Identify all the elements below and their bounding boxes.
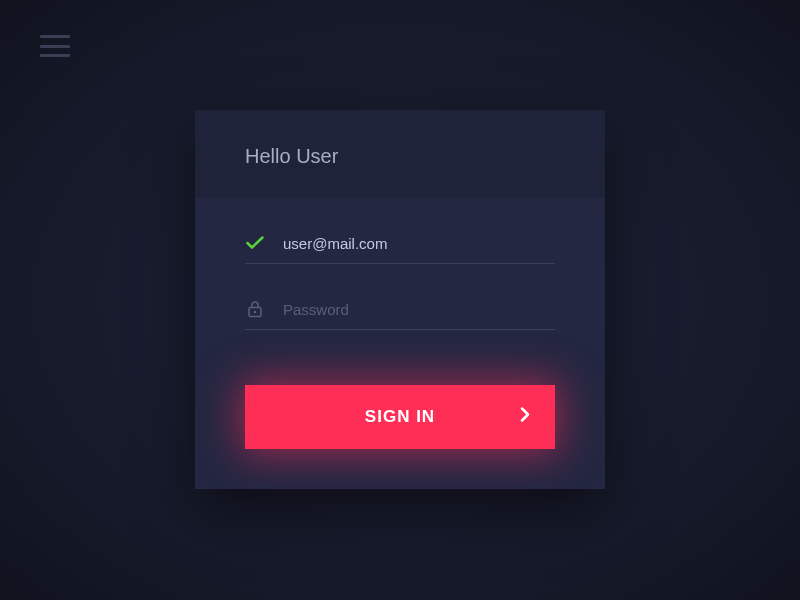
hamburger-menu-button[interactable] [40, 35, 70, 57]
svg-point-1 [254, 311, 257, 314]
hamburger-line [40, 35, 70, 38]
login-card: Hello User SIGN IN [195, 110, 605, 489]
check-icon [245, 233, 265, 253]
greeting-text: Hello User [245, 145, 555, 168]
password-field[interactable] [283, 301, 555, 318]
email-input-group [245, 233, 555, 264]
password-input-group [245, 299, 555, 330]
chevron-right-icon [520, 407, 530, 428]
lock-icon [245, 299, 265, 319]
sign-in-button-label: SIGN IN [365, 407, 435, 426]
hamburger-line [40, 54, 70, 57]
hamburger-line [40, 45, 70, 48]
card-body: SIGN IN [195, 198, 605, 489]
sign-in-button[interactable]: SIGN IN [245, 385, 555, 449]
email-field[interactable] [283, 235, 555, 252]
card-header: Hello User [195, 110, 605, 198]
